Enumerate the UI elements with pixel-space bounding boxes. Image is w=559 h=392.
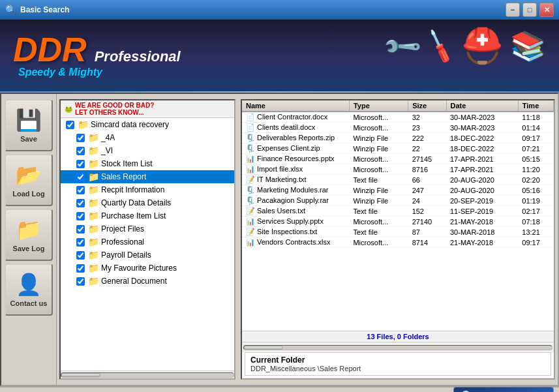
contact-icon: 👤: [16, 272, 42, 297]
feedback-bar[interactable]: 🐸 WE ARE GOOD OR BAD? LET OTHERS KNOW...: [61, 100, 234, 118]
tree-item[interactable]: 📁Sales Report: [61, 170, 234, 183]
helmet-icon: ⛑️: [461, 26, 504, 66]
tree-item[interactable]: 📁Project Files: [61, 222, 234, 235]
h-scrollbar-thumb[interactable]: [61, 373, 100, 377]
tree-item[interactable]: 📁Payroll Details: [61, 249, 234, 262]
file-date: 11-SEP-2019: [446, 206, 518, 217]
tree-item[interactable]: 📁Simcard data recovery: [61, 118, 234, 131]
load-log-button[interactable]: 📂 Load Log: [5, 154, 53, 206]
file-name: 📊Import file.xlsx: [242, 164, 349, 175]
table-row[interactable]: 📝Site Inspections.txtText file8730-MAR-2…: [242, 227, 554, 237]
sim-brand: SimRecovery.com: [474, 390, 547, 393]
file-time: 11:18: [518, 112, 553, 123]
file-name: 🗜️Marketing Modules.rar: [242, 185, 349, 196]
file-count: 13 Files, 0 Folders: [367, 333, 429, 340]
contact-button[interactable]: 👤 Contact us: [5, 264, 53, 316]
folder-icon: 📁: [88, 276, 99, 286]
tree-item-label: Project Files: [101, 224, 144, 234]
current-folder-path: DDR_Miscellaneous \Sales Report: [250, 365, 545, 372]
tree-item-checkbox[interactable]: [76, 134, 85, 142]
table-row[interactable]: 📊Services Supply.pptxMicrosoft...2714021…: [242, 217, 554, 227]
table-row[interactable]: 🗜️Pacakagion Supply.rarWinzip File2420-S…: [242, 196, 554, 206]
file-size: 152: [408, 206, 446, 217]
table-row[interactable]: 📊Finance Resources.pptxMicrosoft...27145…: [242, 154, 554, 164]
feedback-text2: LET OTHERS KNOW...: [75, 109, 154, 116]
file-size: 22: [408, 143, 446, 154]
file-type: Text file: [349, 227, 408, 237]
file-time: 07:18: [518, 217, 553, 227]
tree-item[interactable]: 📁_VI: [61, 144, 234, 157]
tree-item-checkbox[interactable]: [66, 121, 74, 129]
main-area: 💾 Save 📂 Load Log 📁 Save Log 👤 Contact u…: [0, 93, 559, 386]
file-time: 01:19: [518, 196, 553, 206]
tree-item[interactable]: 📁Stock Item List: [61, 157, 234, 170]
folder-icon: 📁: [88, 250, 99, 260]
tree-item-checkbox[interactable]: [76, 212, 85, 220]
tree-item[interactable]: 📁_4A: [61, 131, 234, 144]
tree-item-checkbox[interactable]: [76, 251, 85, 260]
table-row[interactable]: 🗜️Expenses Client.zipWinzip File2218-DEC…: [242, 143, 554, 154]
table-row[interactable]: 📝IT Marketing.txtText file6620-AUG-20200…: [242, 175, 554, 185]
table-row[interactable]: 📄Client Contractor.docxMicrosoft...3230-…: [242, 112, 554, 123]
tree-item[interactable]: 📁Recpit Information: [61, 183, 234, 196]
app-logo: DDR Professional Speedy & Mighty: [13, 33, 181, 78]
tree-item[interactable]: 📁Professional: [61, 235, 234, 249]
logo-speedy-text: Speedy & Mighty: [18, 67, 181, 78]
table-row[interactable]: 📊Import file.xlsxMicrosoft...871617-APR-…: [242, 164, 554, 175]
save-log-button[interactable]: 📁 Save Log: [5, 209, 53, 261]
tree-item-checkbox[interactable]: [76, 160, 85, 168]
file-name: 📄Clients deatil.docx: [242, 123, 349, 133]
maximize-button[interactable]: □: [522, 3, 537, 17]
tree-item[interactable]: 📁My Favourite Pictures: [61, 262, 234, 275]
save-label: Save: [20, 135, 37, 143]
save-button[interactable]: 💾 Save: [5, 99, 53, 151]
file-scrollbar-h[interactable]: [242, 342, 554, 352]
tree-item-checkbox[interactable]: [76, 173, 85, 181]
tree-item-checkbox[interactable]: [76, 199, 85, 207]
tree-item-checkbox[interactable]: [76, 147, 85, 155]
file-date: 17-APR-2021: [446, 154, 518, 164]
tree-item[interactable]: 📁General Document: [61, 275, 234, 288]
text-icon: 📝: [246, 175, 255, 183]
table-row[interactable]: 📊Vendors Contracts.xlsxMicrosoft...87142…: [242, 237, 554, 248]
file-table-wrapper[interactable]: Name Type Size Date Time 📄Client Contrac…: [242, 100, 554, 331]
folder-icon: 📁: [88, 185, 99, 195]
file-type: Text file: [349, 206, 408, 217]
table-row[interactable]: 📝Sales Users.txtText file15211-SEP-20190…: [242, 206, 554, 217]
feedback-icon: 🐸: [65, 106, 72, 113]
folder-icon: 📁: [78, 119, 89, 130]
table-row[interactable]: 📄Clients deatil.docxMicrosoft...2330-MAR…: [242, 123, 554, 133]
tree-item-checkbox[interactable]: [76, 277, 85, 286]
tree-item-checkbox[interactable]: [76, 264, 85, 273]
tree-item-checkbox[interactable]: [76, 186, 85, 194]
file-type: Microsoft...: [349, 237, 408, 248]
file-date: 20-SEP-2019: [446, 196, 518, 206]
file-name: 📊Services Supply.pptx: [242, 217, 349, 227]
logo-professional-text: Professional: [95, 48, 181, 65]
h-scrollbar-track[interactable]: [61, 372, 234, 378]
minimize-button[interactable]: −: [506, 3, 520, 17]
logo-ddr-text: DDR: [13, 33, 87, 67]
table-row[interactable]: 🗜️Marketing Modules.rarWinzip File24720-…: [242, 185, 554, 196]
tree-item-checkbox[interactable]: [76, 238, 85, 247]
col-date: Date: [446, 100, 518, 112]
tree-item[interactable]: 📁Quartly Data Details: [61, 196, 234, 209]
file-time: 09:17: [518, 133, 553, 143]
ppt-icon: 📊: [246, 217, 255, 225]
folder-icon: 📁: [88, 211, 99, 221]
col-type: Type: [349, 100, 408, 112]
file-date: 30-MAR-2023: [446, 123, 518, 133]
tree-content[interactable]: 📁Simcard data recovery📁_4A📁_VI📁Stock Ite…: [61, 118, 234, 370]
file-date: 30-MAR-2023: [446, 112, 518, 123]
file-date: 20-AUG-2020: [446, 185, 518, 196]
tree-item[interactable]: 📁Purchase Item List: [61, 209, 234, 222]
folder-icon: 📁: [88, 158, 99, 169]
file-h-track[interactable]: [243, 345, 552, 350]
tree-scrollbar-h[interactable]: [61, 370, 234, 378]
file-date: 18-DEC-2022: [446, 133, 518, 143]
close-button[interactable]: ✕: [539, 3, 554, 17]
file-size: 27140: [408, 217, 446, 227]
table-row[interactable]: 🗜️Deliverables Reports.zipWinzip File222…: [242, 133, 554, 143]
tree-item-checkbox[interactable]: [76, 225, 85, 234]
file-h-thumb[interactable]: [244, 346, 283, 350]
